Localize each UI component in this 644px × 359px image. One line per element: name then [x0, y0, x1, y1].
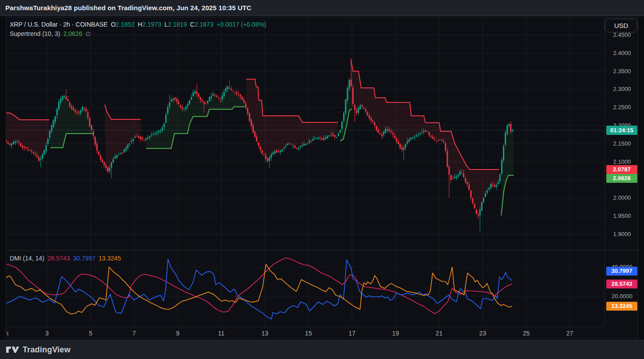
candle-body	[401, 147, 403, 150]
candle-body	[305, 144, 306, 146]
time-axis[interactable]: Jun3579111315171921232527	[6, 327, 604, 339]
candle-body	[421, 132, 423, 132]
candle-body	[430, 136, 431, 137]
candle-body	[189, 100, 190, 104]
candle-body	[93, 131, 94, 136]
candle-body	[180, 105, 181, 107]
candle-body	[261, 150, 263, 153]
candle-body	[62, 96, 63, 99]
dmi-value-badge: 13.3245	[606, 302, 637, 311]
candle-body	[160, 130, 161, 131]
candle-body	[80, 110, 81, 113]
candle-body	[76, 112, 78, 113]
candle-body	[11, 144, 12, 146]
price-level-badge: 2.0787	[606, 165, 637, 174]
candle-body	[340, 130, 341, 133]
supertrend-legend-row[interactable]: Supertrend (10, 3) 2.0626 ∅	[10, 30, 91, 37]
candle-body	[510, 124, 511, 131]
candle-body	[116, 155, 118, 158]
candle-body	[213, 94, 214, 96]
time-axis-label: 9	[176, 330, 180, 337]
supertrend-line-down	[6, 113, 49, 120]
candle-body	[492, 185, 494, 185]
candle-body	[332, 134, 334, 135]
candle-body	[36, 155, 38, 157]
candle-body	[260, 146, 261, 150]
candle-body	[405, 144, 406, 148]
candle-body	[236, 92, 237, 94]
candle-body	[258, 142, 259, 146]
chart-canvas[interactable]	[6, 17, 639, 339]
candle-body	[69, 103, 71, 106]
candle-body	[156, 132, 158, 134]
candle-body	[432, 137, 434, 138]
symbol-legend-row[interactable]: XRP / U.S. Dollar · 2h · COINBASE O2.185…	[10, 21, 266, 28]
dmi-value-badge: 28.5743	[606, 280, 637, 288]
candle-body	[87, 112, 88, 118]
candle-body	[65, 96, 67, 99]
candle-body	[465, 178, 466, 182]
candle-body	[196, 91, 198, 94]
candle-body	[191, 97, 192, 100]
dmi-value-badge: 30.7997	[606, 267, 637, 276]
price-level-badge: 2.0626	[606, 174, 637, 183]
candle-body	[251, 119, 252, 126]
candle-body	[113, 159, 114, 162]
candle-body	[109, 168, 111, 171]
candle-body	[169, 103, 170, 107]
ohlc-low-label: L	[164, 21, 168, 28]
candle-body	[291, 144, 292, 145]
time-axis-label: 21	[436, 330, 443, 337]
candle-body	[140, 137, 141, 139]
candle-body	[412, 138, 414, 138]
candle-body	[55, 116, 56, 122]
dmi-legend-row[interactable]: DMI (14, 14) 28.5743 30.7997 13.3245	[10, 255, 121, 262]
supertrend-fill-down	[105, 105, 141, 172]
candle-body	[278, 152, 279, 152]
candle-body	[371, 118, 372, 121]
candle-body	[205, 103, 206, 104]
candle-body	[494, 185, 495, 186]
candle-body	[470, 190, 471, 197]
candle-body	[211, 96, 212, 98]
candle-body	[428, 132, 430, 135]
candle-body	[273, 153, 274, 154]
candle-body	[233, 91, 234, 91]
supertrend-fill-down	[246, 79, 338, 161]
price-axis-label: 2.4000	[605, 50, 639, 57]
price-axis[interactable]: 2.45002.40002.35002.30002.25002.20002.15…	[605, 18, 639, 327]
candle-body	[85, 109, 87, 111]
candle-body	[314, 138, 316, 139]
candle-body	[98, 151, 99, 154]
candle-body	[459, 172, 461, 174]
candle-body	[40, 158, 41, 159]
price-axis-label: 2.3000	[605, 86, 639, 93]
candle-body	[372, 121, 374, 122]
candle-body	[149, 136, 150, 138]
candle-body	[503, 146, 504, 160]
candle-body	[301, 146, 303, 146]
candle-body	[162, 127, 163, 130]
candle-body	[472, 198, 474, 203]
supertrend-line-down	[246, 79, 338, 122]
candle-body	[391, 131, 392, 132]
time-axis-label: 15	[305, 330, 312, 337]
candle-body	[253, 125, 254, 133]
candle-body	[336, 137, 337, 138]
price-axis-label: 2.3500	[605, 68, 639, 75]
candle-body	[356, 110, 357, 113]
dmi-line-adx	[6, 264, 512, 314]
candle-body	[95, 137, 96, 145]
candle-body	[298, 148, 299, 149]
chart-widget[interactable]: XRP / U.S. Dollar · 2h · COINBASE O2.185…	[6, 17, 638, 339]
candle-body	[115, 157, 116, 159]
candle-body	[485, 193, 486, 197]
candle-body	[118, 154, 119, 155]
candle-body	[127, 145, 128, 148]
candle-body	[407, 141, 408, 144]
currency-unit-button[interactable]: USD	[605, 19, 637, 32]
candle-body	[434, 139, 435, 140]
supertrend-fill-up	[340, 80, 352, 141]
supertrend-line-up	[146, 107, 245, 149]
candle-body	[138, 136, 139, 138]
